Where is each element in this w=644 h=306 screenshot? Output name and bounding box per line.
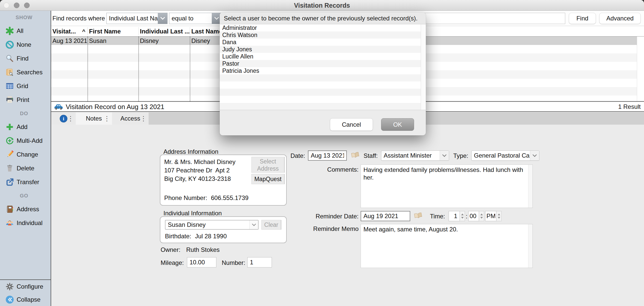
time-hour-input[interactable] <box>449 211 460 221</box>
address-section-label: Address Information <box>163 148 218 155</box>
sidebar-item-configure[interactable]: Configure <box>0 280 51 293</box>
hour-stepper[interactable] <box>460 211 465 221</box>
record-form: Address Information Mr. & Mrs. Michael D… <box>51 125 644 306</box>
cancel-button[interactable]: Cancel <box>330 118 373 131</box>
sidebar-item-none[interactable]: None <box>0 38 51 52</box>
no-entry-icon <box>5 40 14 49</box>
car-icon <box>53 103 64 110</box>
column-divider-dotted <box>87 37 88 101</box>
mileage-input[interactable] <box>187 257 216 267</box>
birthdate-value: Jul 28 1990 <box>195 233 227 240</box>
comments-label: Comments: <box>307 166 359 173</box>
mileage-label: Mileage: <box>161 259 184 266</box>
time-separator: : <box>466 213 468 220</box>
address-book-icon <box>5 205 14 214</box>
date-input[interactable] <box>308 150 347 161</box>
result-count: 1 Result <box>618 103 641 110</box>
tab-menu-dots-icon[interactable] <box>67 112 74 125</box>
type-label: Type: <box>432 152 468 159</box>
find-field-dropdown[interactable]: Individual Last Nar <box>106 13 168 24</box>
chevron-down-icon <box>530 151 539 160</box>
detail-title: Visitation Record on Aug 13 2021 <box>66 103 164 111</box>
sidebar-item-grid[interactable]: Grid <box>0 79 51 93</box>
list-item-user[interactable]: Chris Watson <box>220 31 426 39</box>
time-label: Time: <box>419 213 445 220</box>
column-header-first-name[interactable]: First Name <box>89 26 121 37</box>
column-header-individual-last-name[interactable]: Individual Last ... <box>140 26 190 37</box>
reminder-date-input[interactable] <box>361 211 410 221</box>
column-divider-dotted <box>190 37 190 101</box>
mapquest-button[interactable]: MapQuest <box>251 174 285 184</box>
ok-button[interactable]: OK <box>381 118 414 131</box>
list-item-user[interactable]: Lucille Allen <box>220 53 426 60</box>
list-scrollbar-gutter[interactable] <box>421 24 426 110</box>
column-header-last-name[interactable]: Last Name <box>191 26 222 37</box>
individual-section-label: Individual Information <box>163 210 222 217</box>
user-list: Administrator Chris Watson Dana Judy Jon… <box>220 24 426 110</box>
owner-label: Owner: <box>161 246 180 253</box>
chevron-down-icon <box>158 13 167 24</box>
printer-icon <box>5 96 14 104</box>
type-dropdown[interactable]: General Pastoral Ca <box>471 150 539 161</box>
circular-plus-icon <box>5 136 14 145</box>
minute-stepper[interactable] <box>479 211 484 221</box>
number-input[interactable] <box>247 257 272 267</box>
share-arrow-icon <box>5 178 14 186</box>
sidebar-item-change[interactable]: Change <box>0 148 51 161</box>
tab-access[interactable]: Access <box>112 112 149 125</box>
magnifier-icon <box>5 54 14 63</box>
list-item-user[interactable]: Patricia Jones <box>220 67 426 74</box>
sidebar-item-print[interactable]: Print <box>0 93 51 107</box>
sidebar-item-multi-add[interactable]: Multi-Add <box>0 134 51 148</box>
owner-value: Ruth Stokes <box>186 246 220 253</box>
table-scrollbar-gutter[interactable] <box>637 37 644 101</box>
list-item-user[interactable]: Administrator <box>220 24 426 31</box>
ampm-stepper[interactable] <box>496 211 502 221</box>
table-header-gutter <box>637 26 644 36</box>
sidebar-item-delete[interactable]: Delete <box>0 161 51 175</box>
tab-menu-dots-icon[interactable] <box>104 112 110 125</box>
sidebar-item-collapse[interactable]: Collapse <box>0 293 51 306</box>
collapse-chevrons-icon <box>5 295 14 304</box>
sidebar-section-show: SHOW <box>0 11 51 24</box>
list-item-user[interactable]: Judy Jones <box>220 46 426 53</box>
find-records-label: Find records where <box>52 11 105 26</box>
tab-info[interactable]: i <box>51 112 76 125</box>
trash-icon <box>5 164 14 173</box>
time-ampm-input[interactable] <box>485 211 496 221</box>
window-title: Visitation Records <box>0 0 644 11</box>
time-minute-input[interactable] <box>468 211 479 221</box>
gear-icon <box>5 282 14 291</box>
sidebar-item-searches[interactable]: Searches <box>0 65 51 79</box>
number-label: Number: <box>222 259 245 266</box>
sort-asc-icon: ^ <box>82 26 85 37</box>
sidebar-item-find[interactable]: Find <box>0 52 51 65</box>
asterisk-icon <box>5 27 14 35</box>
comments-textarea[interactable]: Having extended family problems/illnesse… <box>361 164 533 208</box>
list-item-user[interactable]: Dana <box>220 39 426 46</box>
sidebar-section-do: DO <box>0 107 51 120</box>
sidebar-item-add[interactable]: Add <box>0 120 51 134</box>
sidebar-section-go: GO <box>0 189 51 202</box>
sidebar: SHOW All None Find Searches Grid Print D… <box>0 11 51 306</box>
clear-button[interactable]: Clear <box>261 220 281 230</box>
reminder-memo-textarea[interactable]: Meet again, same time, August 20. <box>361 224 533 268</box>
sidebar-item-address[interactable]: Address <box>0 202 51 216</box>
sidebar-item-transfer[interactable]: Transfer <box>0 175 51 189</box>
column-divider <box>138 27 139 35</box>
individual-groupbox: Susan Disney Clear Birthdate: Jul 28 199… <box>160 216 287 243</box>
list-item-user[interactable]: Pastor <box>220 60 426 67</box>
sidebar-item-individual[interactable]: Individual <box>0 216 51 230</box>
column-divider-dotted <box>138 37 139 101</box>
individual-name-combobox[interactable]: Susan Disney <box>165 220 259 230</box>
sidebar-item-all[interactable]: All <box>0 24 51 38</box>
date-label: Date: <box>276 152 305 159</box>
column-header-visit-date[interactable]: Visitat... <box>52 26 76 37</box>
advanced-find-button[interactable]: Advanced Find <box>599 13 641 24</box>
tab-notes[interactable]: Notes <box>76 112 112 125</box>
staff-label: Staff: <box>343 152 378 159</box>
find-button[interactable]: Find <box>569 13 596 24</box>
reminder-date-label: Reminder Date: <box>297 213 359 220</box>
find-operator-dropdown[interactable]: equal to <box>169 13 221 24</box>
tab-menu-dots-icon[interactable] <box>140 112 147 125</box>
